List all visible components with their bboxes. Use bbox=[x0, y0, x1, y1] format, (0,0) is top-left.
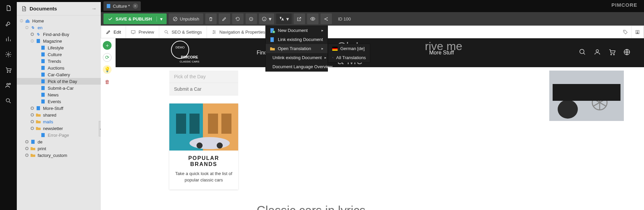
svg-point-35 bbox=[312, 18, 313, 19]
tree-expand[interactable] bbox=[30, 112, 35, 118]
tree-node-events[interactable]: Events bbox=[17, 98, 101, 105]
globe-icon[interactable] bbox=[623, 48, 631, 57]
subtab-contact[interactable] bbox=[632, 26, 644, 38]
monitor-icon bbox=[131, 30, 136, 35]
add-block-button[interactable]: ＋ bbox=[103, 41, 112, 50]
collapse-panel-icon[interactable]: → bbox=[91, 6, 97, 12]
rename-button[interactable] bbox=[219, 13, 230, 24]
document-id-label: ID 100 bbox=[338, 16, 351, 22]
tree-node-shared[interactable]: shared bbox=[17, 112, 101, 118]
menu-link-existing[interactable]: Link existing Document bbox=[266, 35, 328, 44]
rail-users-icon[interactable] bbox=[4, 81, 12, 89]
submenu-german[interactable]: German [de] bbox=[328, 44, 370, 53]
hint-button[interactable]: 💡 bbox=[103, 65, 112, 74]
tree-node-pickday[interactable]: Pick of the Day bbox=[17, 78, 101, 85]
svg-point-3 bbox=[7, 83, 8, 85]
svg-text:DEMO: DEMO bbox=[176, 46, 185, 49]
rail-wrench-icon[interactable] bbox=[4, 19, 12, 28]
subtab-preview[interactable]: Preview bbox=[126, 26, 159, 38]
svg-point-2 bbox=[10, 72, 11, 73]
refresh-block-button[interactable]: ⟳ bbox=[103, 53, 112, 62]
svg-rect-10 bbox=[37, 39, 40, 43]
unpublish-button[interactable]: Unpublish bbox=[169, 13, 203, 24]
tree-expand[interactable] bbox=[30, 106, 35, 111]
svg-point-42 bbox=[214, 32, 215, 33]
tree-node-submitcar[interactable]: Submit-a-Car bbox=[17, 85, 101, 91]
translate-button[interactable]: ▾ bbox=[276, 13, 292, 24]
tree-node-factory[interactable]: factory_custom bbox=[17, 152, 101, 159]
documents-icon bbox=[21, 5, 27, 12]
tree-node-magazine[interactable]: Magazine bbox=[17, 38, 101, 44]
rail-analytics-icon[interactable] bbox=[4, 35, 12, 43]
page-icon bbox=[40, 85, 46, 91]
tree-node-cargallery[interactable]: Car-Gallery bbox=[17, 71, 101, 78]
page-body: 300 SL 1957 Pick of the Day Submit a Car bbox=[116, 67, 644, 210]
svg-text:CLASSIC CARS: CLASSIC CARS bbox=[180, 60, 200, 63]
preview-eye-button[interactable] bbox=[307, 13, 318, 24]
svg-point-67 bbox=[613, 54, 614, 55]
tree-expand[interactable] bbox=[30, 32, 35, 37]
close-icon[interactable]: × bbox=[133, 3, 138, 9]
subtab-edit[interactable]: Edit bbox=[101, 26, 126, 38]
tree-toggle[interactable] bbox=[24, 25, 30, 30]
menu-open-translation[interactable]: Open Translation▸ bbox=[266, 44, 328, 53]
subtab-tags[interactable] bbox=[619, 26, 632, 38]
rail-documents-icon[interactable] bbox=[4, 4, 12, 12]
cart-icon[interactable] bbox=[608, 48, 616, 57]
tree-node-trends[interactable]: Trends bbox=[17, 58, 101, 65]
rail-search-icon[interactable] bbox=[4, 97, 12, 105]
svg-rect-78 bbox=[221, 114, 231, 134]
delete-block-button[interactable]: 🗑 bbox=[103, 77, 112, 86]
rail-settings-icon[interactable] bbox=[4, 50, 12, 58]
tab-title: Culture * bbox=[113, 4, 130, 9]
tree-toggle[interactable] bbox=[19, 18, 24, 24]
delete-button[interactable] bbox=[205, 13, 217, 24]
side-list-item[interactable]: Pick of the Day bbox=[169, 71, 238, 83]
svg-rect-25 bbox=[41, 133, 45, 137]
page-side-list: Pick of the Day Submit a Car bbox=[169, 71, 238, 95]
tree-expand[interactable] bbox=[24, 139, 30, 144]
svg-point-43 bbox=[213, 33, 214, 34]
menu-unlink[interactable]: Unlink existing Document▸ bbox=[266, 53, 328, 62]
svg-rect-77 bbox=[208, 114, 218, 134]
tree-node-auctions[interactable]: Auctions bbox=[17, 65, 101, 71]
folder-icon bbox=[36, 119, 41, 124]
tree-expand[interactable] bbox=[30, 119, 35, 124]
tree-node-mails[interactable]: mails bbox=[17, 118, 101, 125]
share-button[interactable] bbox=[320, 13, 332, 24]
tab-culture[interactable]: Culture * × bbox=[103, 1, 141, 11]
svg-rect-13 bbox=[41, 59, 45, 63]
menu-lang-overview[interactable]: Document Language Overview bbox=[266, 62, 328, 71]
tree-node-newsletter[interactable]: newsletter bbox=[17, 125, 101, 132]
info-button[interactable]: ▾ bbox=[259, 13, 274, 24]
tree-node-en[interactable]: en bbox=[17, 24, 101, 31]
svg-point-37 bbox=[327, 17, 328, 18]
tree-node-morestuff[interactable]: More-Stuff bbox=[17, 105, 101, 112]
reload-button[interactable] bbox=[232, 13, 244, 24]
target-button[interactable] bbox=[246, 13, 257, 24]
subtab-seo[interactable]: SEO & Settings bbox=[159, 26, 207, 38]
submenu-all-translations[interactable]: All Translations bbox=[328, 53, 370, 62]
save-publish-button[interactable]: SAVE & PUBLISH ▾ bbox=[103, 13, 167, 24]
rail-cart-icon[interactable] bbox=[4, 66, 12, 74]
tree-expand[interactable] bbox=[24, 153, 30, 158]
tree-node-print[interactable]: print bbox=[17, 145, 101, 152]
search-icon[interactable] bbox=[579, 48, 586, 57]
side-list-item[interactable]: Submit a Car bbox=[169, 83, 238, 95]
subtab-nav[interactable]: Navigation & Properties bbox=[207, 26, 270, 38]
tree-node-errorpage[interactable]: Error-Page bbox=[17, 132, 101, 138]
tree-toggle[interactable] bbox=[30, 38, 35, 44]
open-button[interactable] bbox=[294, 13, 305, 24]
tree-node-news[interactable]: News bbox=[17, 91, 101, 98]
tree-node-findbuy[interactable]: Find-and-Buy bbox=[17, 31, 101, 38]
menu-new-document[interactable]: New Document▸ bbox=[266, 26, 328, 35]
editor-toolbar: SAVE & PUBLISH ▾ Unpublish ▾ ▾ ID 100 bbox=[101, 12, 644, 26]
tree-expand[interactable] bbox=[24, 146, 30, 151]
tree-node-lifestyle[interactable]: Lifestyle bbox=[17, 44, 101, 51]
tree-node-home[interactable]: Home bbox=[17, 17, 101, 24]
user-icon[interactable] bbox=[594, 48, 601, 57]
tree-node-culture[interactable]: Culture bbox=[17, 51, 101, 58]
chevron-down-icon[interactable]: ▾ bbox=[157, 16, 163, 22]
tree-expand[interactable] bbox=[30, 126, 35, 131]
tree-node-de[interactable]: de bbox=[17, 138, 101, 145]
